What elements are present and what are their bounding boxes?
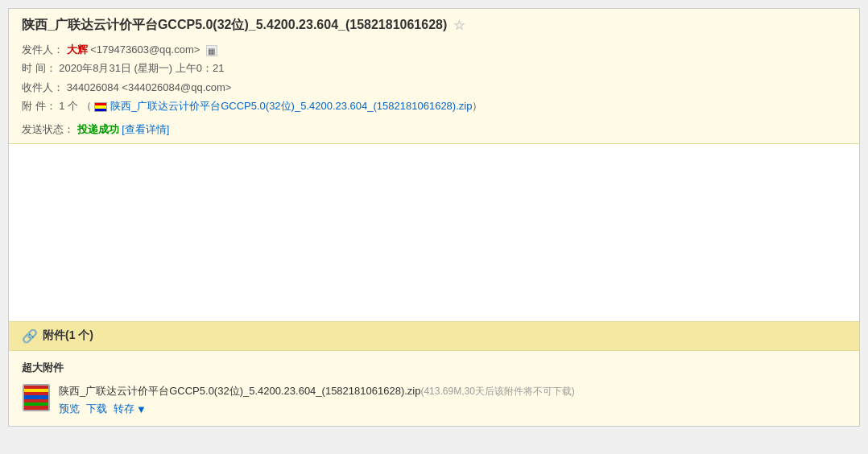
send-status-label: 发送状态： <box>22 123 74 135</box>
email-header: 陕西_广联达云计价平台GCCP5.0(32位)_5.4200.23.604_(1… <box>9 9 859 144</box>
zip-icon <box>22 383 51 412</box>
sender-name: 大辉 <box>67 43 88 56</box>
header-attachment-link[interactable]: 陕西_广联达云计价平台GCCP5.0(32位)_5.4200.23.604_(1… <box>110 100 472 112</box>
send-status-value: 投递成功 <box>77 123 119 135</box>
attachment-item: 陕西_广联达云计价平台GCCP5.0(32位)_5.4200.23.604_(1… <box>22 383 846 417</box>
preview-link[interactable]: 预览 <box>59 402 80 416</box>
attachment-section-title: 附件(1 个) <box>43 328 93 343</box>
email-subject: 陕西_广联达云计价平台GCCP5.0(32位)_5.4200.23.604_(1… <box>22 17 846 34</box>
time-value: 2020年8月31日 (星期一) 上午0：21 <box>59 62 224 74</box>
attachment-type-label: 超大附件 <box>22 361 846 375</box>
save-link[interactable]: 转存▼ <box>114 402 147 416</box>
attachment-section-header: 🔗 附件(1 个) <box>9 322 859 351</box>
recipient-value: 344026084 <344026084@qq.com> <box>67 81 232 93</box>
star-icon[interactable]: ☆ <box>453 18 465 33</box>
download-link[interactable]: 下载 <box>86 402 107 416</box>
attachment-full-name: 陕西_广联达云计价平台GCCP5.0(32位)_5.4200.23.604_(1… <box>59 385 420 397</box>
header-attachment-row: 附 件： 1 个 （ 陕西_广联达云计价平台GCCP5.0(32位)_5.420… <box>22 97 846 115</box>
attachment-count: 1 个 <box>59 100 78 112</box>
attachment-body: 超大附件 陕西_广 <box>9 351 859 427</box>
sender-email: <179473603@qq.com> <box>90 43 200 56</box>
sender-row: 发件人： 大辉 <179473603@qq.com> ▦ <box>22 40 846 59</box>
send-status-detail-link[interactable]: [查看详情] <box>122 123 169 135</box>
email-body <box>9 144 859 321</box>
recipient-row: 收件人： 344026084 <344026084@qq.com> <box>22 78 846 97</box>
attachment-filename: 陕西_广联达云计价平台GCCP5.0(32位)_5.4200.23.604_(1… <box>59 383 846 399</box>
attachment-actions: 预览 下载 转存▼ <box>59 402 846 416</box>
subject-text: 陕西_广联达云计价平台GCCP5.0(32位)_5.4200.23.604_(1… <box>22 17 447 34</box>
attachment-size: (413.69M,30天后该附件将不可下载) <box>420 386 574 397</box>
zip-small-icon <box>94 102 107 112</box>
send-status-row: 发送状态： 投递成功 [查看详情] <box>22 122 846 137</box>
save-label: 转存 <box>114 402 134 416</box>
recipient-label: 收件人： <box>22 81 64 93</box>
sender-card-icon[interactable]: ▦ <box>206 45 217 56</box>
paperclip-icon: 🔗 <box>22 328 38 344</box>
email-meta: 发件人： 大辉 <179473603@qq.com> ▦ 时 间： 2020年8… <box>22 40 846 116</box>
attachment-section: 🔗 附件(1 个) 超大附件 <box>9 321 859 427</box>
attachment-info: 陕西_广联达云计价平台GCCP5.0(32位)_5.4200.23.604_(1… <box>59 383 846 417</box>
attachment-label: 附 件： <box>22 100 56 112</box>
sender-label: 发件人： <box>22 43 64 56</box>
time-label: 时 间： <box>22 62 56 74</box>
time-row: 时 间： 2020年8月31日 (星期一) 上午0：21 <box>22 59 846 77</box>
save-arrow: ▼ <box>136 403 147 415</box>
email-container: 陕西_广联达云计价平台GCCP5.0(32位)_5.4200.23.604_(1… <box>8 8 860 427</box>
